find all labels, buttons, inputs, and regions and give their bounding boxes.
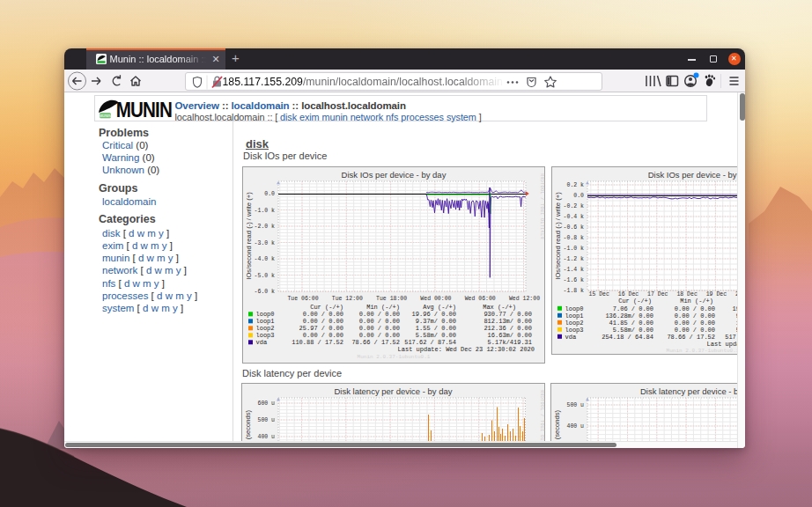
svg-text:Wed 00:00: Wed 00:00 — [420, 296, 451, 302]
svg-text:Disk IOs per device - by week: Disk IOs per device - by week — [648, 170, 737, 180]
svg-text:Disk IOs per device - by day: Disk IOs per device - by day — [342, 170, 447, 180]
svg-text:IOs/second read (-) / write (+: IOs/second read (-) / write (+) — [554, 192, 562, 280]
svg-text:Wed 06:00: Wed 06:00 — [465, 296, 496, 302]
svg-text:-5.0 k: -5.0 k — [255, 273, 276, 279]
svg-text:-0.2 k: -0.2 k — [564, 203, 585, 209]
svg-text:0.0: 0.0 — [264, 191, 275, 197]
svg-text:vda: vda — [565, 334, 577, 341]
svg-text:0.2 k: 0.2 k — [566, 182, 584, 188]
svg-text:Last update: Wed Dec 23 12:30:: Last update: Wed Dec 23 12:30:02 2020 — [707, 341, 737, 348]
svg-text:loop1: loop1 — [256, 318, 275, 325]
svg-text:RRDTOOL / TOBI OETIKER: RRDTOOL / TOBI OETIKER — [539, 173, 544, 239]
svg-text:IO latency for /dev/vda (secon: IO latency for /dev/vda (seconds) — [244, 410, 252, 441]
svg-text:-1.4 k: -1.4 k — [564, 267, 585, 273]
svg-text:19.96 / 0.00: 19.96 / 0.00 — [412, 311, 456, 318]
svg-text:9.37m/ 0.00: 9.37m/ 0.00 — [416, 318, 456, 325]
svg-text:212.36 / 0.00: 212.36 / 0.00 — [484, 325, 532, 332]
svg-text:Disk latency per device - by w: Disk latency per device - by week — [640, 386, 737, 396]
svg-text:loop2: loop2 — [256, 325, 275, 332]
svg-text:vda: vda — [256, 339, 268, 346]
svg-text:loop3: loop3 — [256, 332, 275, 339]
svg-text:-1.0 k: -1.0 k — [564, 246, 585, 252]
svg-text:0.0: 0.0 — [573, 193, 584, 199]
svg-text:15 Dec: 15 Dec — [588, 291, 609, 298]
svg-text:-6.0 k: -6.0 k — [255, 289, 276, 295]
svg-text:-0.8 k: -0.8 k — [564, 235, 585, 241]
svg-text:254.18 / 64.84: 254.18 / 64.84 — [602, 334, 653, 341]
svg-text:MUNIN: MUNIN — [116, 99, 172, 121]
svg-text:loop0: loop0 — [256, 311, 275, 318]
svg-text:Avg (-/+): Avg (-/+) — [423, 304, 456, 311]
svg-text:-1.8 k: -1.8 k — [564, 288, 585, 294]
svg-text:loop1: loop1 — [565, 312, 584, 320]
svg-text:IO latency for /dev/vda (secon: IO latency for /dev/vda (seconds) — [553, 410, 561, 441]
svg-text:loop0: loop0 — [565, 305, 584, 312]
svg-text:0.00 / 0.00: 0.00 / 0.00 — [675, 327, 715, 334]
svg-text:1.55 / 0.00: 1.55 / 0.00 — [416, 325, 456, 332]
svg-text:600 u: 600 u — [257, 400, 275, 407]
svg-text:0.00 / 0.00: 0.00 / 0.00 — [303, 332, 343, 339]
svg-text:400 u: 400 u — [257, 434, 275, 440]
svg-text:812.13m/ 0.00: 812.13m/ 0.00 — [484, 318, 532, 325]
svg-text:0.00 / 0.00: 0.00 / 0.00 — [303, 318, 343, 325]
svg-text:-3.0 k: -3.0 k — [255, 240, 276, 246]
svg-text:5.58m/ 0.00: 5.58m/ 0.00 — [613, 327, 653, 334]
svg-text:Min (-/+): Min (-/+) — [680, 298, 713, 305]
svg-text:25.97 / 0.00: 25.97 / 0.00 — [299, 325, 343, 332]
svg-text:0.00 / 0.00: 0.00 / 0.00 — [359, 318, 400, 325]
svg-text:RRDTOOL / TOBI OETIKER: RRDTOOL / TOBI OETIKER — [539, 390, 544, 441]
svg-text:Tue 06:00: Tue 06:00 — [287, 296, 318, 302]
svg-text:0.00 / 0.00: 0.00 / 0.00 — [675, 305, 715, 312]
svg-text:-0.4 k: -0.4 k — [564, 214, 585, 220]
svg-text:5.58m/ 0.00: 5.58m/ 0.00 — [416, 332, 456, 339]
svg-text:-1.0 k: -1.0 k — [255, 208, 276, 214]
svg-text:Cur (-/+): Cur (-/+) — [310, 304, 343, 311]
svg-text:78.66 / 17.52: 78.66 / 17.52 — [351, 339, 400, 346]
svg-text:0.00 / 0.00: 0.00 / 0.00 — [359, 325, 400, 332]
svg-text:loop2: loop2 — [565, 320, 584, 327]
svg-text:Tue 12:00: Tue 12:00 — [332, 296, 363, 302]
svg-text:0.00 / 0.00: 0.00 / 0.00 — [303, 311, 343, 318]
svg-text:loop3: loop3 — [565, 327, 584, 334]
svg-text:Max (-/+): Max (-/+) — [483, 304, 516, 311]
svg-text:IOs/second read (-) / write (+: IOs/second read (-) / write (+) — [245, 192, 253, 280]
svg-text:-2.0 k: -2.0 k — [255, 224, 276, 230]
svg-text:0.00 / 0.00: 0.00 / 0.00 — [675, 312, 715, 320]
svg-text:500 u: 500 u — [257, 417, 275, 423]
svg-text:16.63m/ 0.00: 16.63m/ 0.00 — [488, 332, 532, 339]
svg-text:-4.0 k: -4.0 k — [255, 256, 276, 262]
svg-text:Tue 18:00: Tue 18:00 — [376, 296, 407, 302]
svg-text:930.77 / 0.00: 930.77 / 0.00 — [484, 311, 532, 318]
svg-text:Munin 2.0.37-1ubuntu0.1: Munin 2.0.37-1ubuntu0.1 — [358, 354, 431, 360]
svg-text:MUNIN: MUNIN — [100, 114, 111, 118]
svg-text:Munin 2.0.37-1ubuntu0.1: Munin 2.0.37-1ubuntu0.1 — [667, 348, 737, 354]
svg-text:0.00 / 0.00: 0.00 / 0.00 — [359, 332, 400, 339]
svg-text:0.00 / 0.00: 0.00 / 0.00 — [359, 311, 400, 318]
svg-text:-1.2 k: -1.2 k — [564, 256, 585, 262]
svg-text:Last update: Wed Dec 23 12:30:: Last update: Wed Dec 23 12:30:02 2020 — [398, 346, 535, 353]
svg-text:Cur (-/+): Cur (-/+) — [618, 298, 652, 305]
svg-text:110.88 / 17.52: 110.88 / 17.52 — [292, 339, 343, 346]
svg-text:517.62 / 87.54: 517.62 / 87.54 — [725, 334, 737, 341]
svg-text:136.28m/ 0.00: 136.28m/ 0.00 — [605, 312, 653, 320]
svg-text:5.17k/419.31: 5.17k/419.31 — [488, 339, 532, 346]
svg-text:-0.6 k: -0.6 k — [564, 224, 585, 231]
svg-text:Min (-/+): Min (-/+) — [366, 304, 400, 311]
svg-text:41.85 / 0.00: 41.85 / 0.00 — [609, 320, 653, 327]
svg-text:78.66 / 17.52: 78.66 / 17.52 — [667, 334, 715, 341]
svg-text:0.00 / 0.00: 0.00 / 0.00 — [675, 320, 715, 327]
svg-text:517.62 / 87.54: 517.62 / 87.54 — [404, 339, 456, 346]
svg-text:400 u: 400 u — [566, 423, 584, 430]
svg-text:-1.6 k: -1.6 k — [564, 277, 585, 283]
svg-text:Wed 12:00: Wed 12:00 — [509, 296, 540, 302]
svg-text:Disk latency per device - by d: Disk latency per device - by day — [334, 386, 452, 396]
svg-text:7.06 / 0.00: 7.06 / 0.00 — [613, 305, 653, 312]
svg-text:500 u: 500 u — [566, 402, 584, 408]
